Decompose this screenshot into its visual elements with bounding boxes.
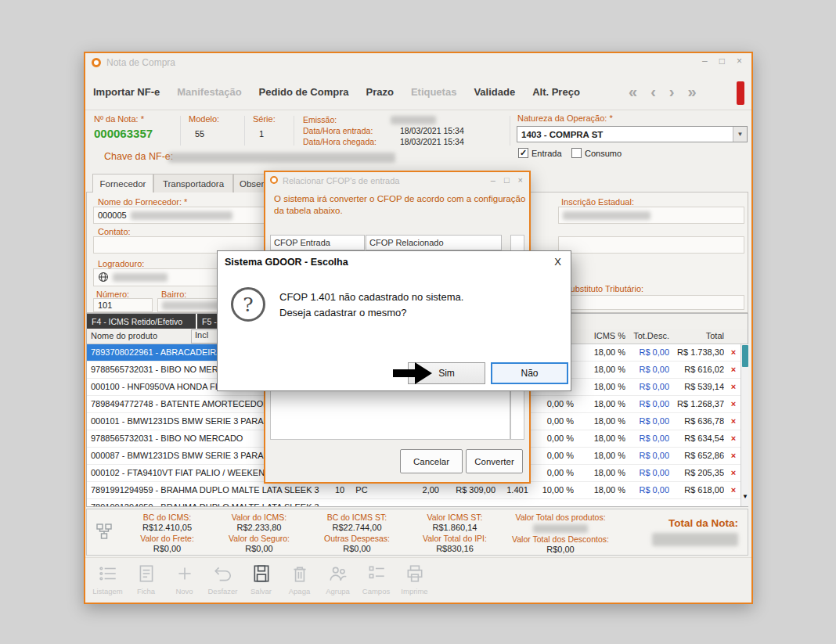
table-row[interactable]: 7891991294959 - BRAHMA DUPLO MALTE LATA … <box>87 499 741 506</box>
data-chegada-value: 18/03/2021 15:34 <box>400 137 464 146</box>
dialog-message-line1: CFOP 1.401 não cadastrado no sistema. <box>279 291 463 303</box>
menu-manifestacao: Manifestação <box>177 86 241 98</box>
col-header-cfop-entrada[interactable]: CFOP Entrada <box>270 235 365 250</box>
entrada-checkbox[interactable]: ✓ Entrada <box>518 148 562 158</box>
salvar-button[interactable]: Salvar <box>242 558 280 603</box>
totdesc-cell: R$ 0,00 <box>630 430 669 447</box>
delete-row-icon[interactable]: × <box>727 344 740 361</box>
totdesc-cell: R$ 0,00 <box>630 465 669 481</box>
col-header-icms[interactable]: ICMS % <box>577 331 625 340</box>
chave-nfe-label: Chave da NF-e: <box>104 151 173 162</box>
nav-last-icon[interactable]: » <box>687 83 696 100</box>
valor-icms-label: Valor do ICMS: <box>212 513 306 522</box>
desfazer-button[interactable]: Desfazer <box>204 558 242 603</box>
nav-first-icon[interactable]: « <box>629 83 637 100</box>
col-header-totdesc[interactable]: Tot.Desc. <box>630 331 669 340</box>
delete-row-icon[interactable]: × <box>727 362 740 378</box>
menu-etiquetas: Etiquetas <box>411 86 457 98</box>
ficha-label: Ficha <box>137 587 155 595</box>
tab-transportadora[interactable]: Transportadora <box>153 174 233 192</box>
nao-button[interactable]: Não <box>491 362 568 384</box>
checkbox-checked-icon[interactable]: ✓ <box>518 148 528 158</box>
delete-row-icon[interactable]: × <box>727 396 740 412</box>
users-icon <box>328 563 348 585</box>
imprime-button[interactable]: Imprime <box>395 558 434 603</box>
table-row[interactable]: 7891991294959 - BRAHMA DUPLO MALTE LATA … <box>87 482 741 499</box>
nota-number: 000063357 <box>94 127 153 140</box>
listagem-button[interactable]: Listagem <box>88 558 127 603</box>
ficha-button[interactable]: Ficha <box>127 558 165 603</box>
desfazer-label: Desfazer <box>207 587 237 595</box>
novo-button[interactable]: Novo <box>165 558 204 603</box>
converter-button[interactable]: Converter <box>466 449 523 473</box>
qtd-emb-cell: 10 <box>330 482 350 498</box>
produtos-total-label: Valor Total dos produtos: <box>482 513 639 522</box>
apaga-button[interactable]: Apaga <box>280 558 319 603</box>
product-name-cell[interactable]: 7891991294959 - BRAHMA DUPLO MALTE LATA … <box>87 499 326 506</box>
menu-importar-nfe[interactable]: Importar NF-e <box>93 86 160 98</box>
chevron-down-icon[interactable]: ▼ <box>733 127 747 142</box>
agrupa-button[interactable]: Agrupa <box>319 558 357 603</box>
delete-row-icon[interactable]: × <box>727 379 740 395</box>
nome-fornecedor-value: 000005 <box>98 210 127 220</box>
nome-fornecedor-label: Nome do Fornecedor: * <box>98 197 187 207</box>
window-title: Nota de Compra <box>106 57 175 68</box>
menu-validade[interactable]: Validade <box>474 86 515 98</box>
globe-icon <box>98 272 109 284</box>
dialog-title: Sistema GDOOR - Escolha <box>225 257 348 268</box>
close-icon[interactable]: X <box>554 256 561 268</box>
numero-field[interactable]: 101 <box>93 298 153 312</box>
totdesc-cell: R$ 0,00 <box>630 482 669 498</box>
inscricao-estadual-field[interactable] <box>558 207 744 224</box>
ipi-cell: 10,00 % <box>536 482 574 498</box>
col-header-nome[interactable]: Nome do produto <box>91 331 157 340</box>
icms-cell: 18,00 % <box>577 465 625 481</box>
delete-row-icon[interactable]: × <box>727 448 740 464</box>
grid-scrollbar[interactable]: ▼ <box>741 344 748 506</box>
scroll-down-icon[interactable]: ▼ <box>741 493 749 500</box>
nav-prev-icon[interactable]: ‹ <box>650 83 656 100</box>
natureza-operacao-select[interactable]: 1403 - COMPRA ST ▼ <box>517 126 748 142</box>
listagem-label: Listagem <box>92 587 123 595</box>
total-cell: R$ 618,00 <box>671 482 724 498</box>
nav-next-icon[interactable]: › <box>669 83 675 100</box>
delete-row-icon[interactable]: × <box>727 482 740 498</box>
ipi-cell: 0,00 % <box>536 396 574 412</box>
cancelar-button[interactable]: Cancelar <box>400 449 463 473</box>
product-name-cell[interactable]: 7891991294959 - BRAHMA DUPLO MALTE LATA … <box>87 482 326 498</box>
bc-icms-value: R$12.410,05 <box>122 523 212 532</box>
logradouro-value-redacted <box>113 273 168 282</box>
maximize-button[interactable]: □ <box>504 175 510 185</box>
menu-prazo[interactable]: Prazo <box>366 86 393 98</box>
campos-button[interactable]: Campos <box>357 558 395 603</box>
totdesc-cell: R$ 0,00 <box>630 396 669 412</box>
relacionar-message: O sistema irá converter o CFOP de acordo… <box>274 193 529 217</box>
col-header-cfop-relacionado[interactable]: CFOP Relacionado <box>366 235 502 250</box>
close-button[interactable]: × <box>518 175 523 185</box>
maximize-button[interactable]: □ <box>719 56 725 67</box>
tab-fornecedor[interactable]: Fornecedor <box>92 174 153 192</box>
question-mark-icon: ? <box>231 287 265 322</box>
delete-row-icon[interactable]: × <box>727 430 740 447</box>
emissao-value-redacted <box>391 116 436 124</box>
delete-row-icon[interactable]: × <box>727 413 740 430</box>
minimize-button[interactable]: – <box>491 175 495 185</box>
minimize-button[interactable]: – <box>702 56 708 67</box>
seguro-label: Valor do Seguro: <box>212 534 306 543</box>
menu-pedido-compra[interactable]: Pedido de Compra <box>259 86 349 98</box>
delete-row-icon[interactable]: × <box>727 465 740 481</box>
natureza-label: Natureza da Operação: * <box>517 113 613 123</box>
menu-alt-preco[interactable]: Alt. Preço <box>532 86 580 98</box>
inscricao-municipal-field[interactable] <box>558 236 744 254</box>
entrada-checkbox-label: Entrada <box>532 149 562 158</box>
scrollbar-thumb[interactable] <box>742 345 748 367</box>
consumo-checkbox[interactable]: Consumo <box>571 148 622 158</box>
document-icon <box>136 563 157 585</box>
close-button[interactable]: × <box>737 56 742 67</box>
ie-substituto-field[interactable] <box>558 295 744 310</box>
natureza-selected-value: 1403 - COMPRA ST <box>517 127 733 142</box>
col-header-total[interactable]: Total <box>671 331 724 340</box>
desktop-background: Nota de Compra – □ × Importar NF-e Manif… <box>0 0 836 644</box>
checkbox-unchecked-icon[interactable] <box>571 148 582 158</box>
grid-tab-f4[interactable]: F4 - ICMS Retido/Efetivo <box>87 314 196 329</box>
